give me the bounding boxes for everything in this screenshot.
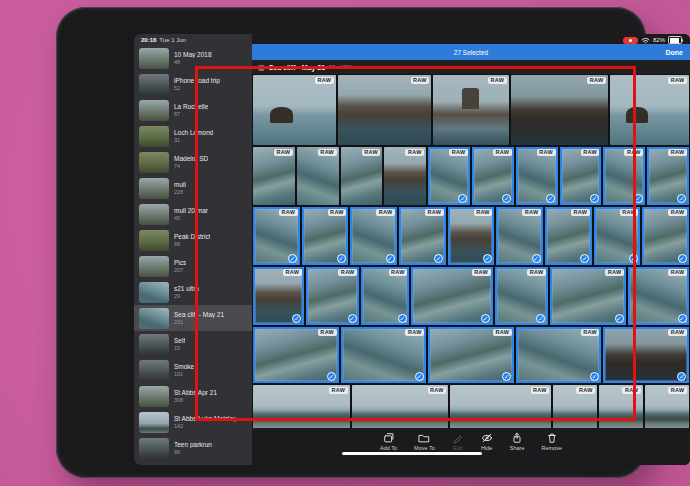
- move-to-icon: [418, 432, 430, 444]
- hide-icon: [481, 432, 493, 444]
- remove-button[interactable]: Remove: [541, 432, 561, 465]
- photo-thumbnail[interactable]: RAW✓: [253, 327, 339, 383]
- photo-thumbnail[interactable]: RAW✓: [253, 267, 304, 325]
- sidebar-album-item[interactable]: mull 20 mar45: [134, 201, 252, 227]
- raw-badge: RAW: [318, 149, 337, 156]
- sidebar-album-item[interactable]: mull228: [134, 175, 252, 201]
- photo-grid: RAWRAWRAWRAWRAWRAWRAWRAWRAWRAW✓RAW✓RAW✓R…: [252, 74, 690, 428]
- photo-thumbnail[interactable]: RAW✓: [399, 207, 446, 265]
- photo-thumbnail[interactable]: RAW: [253, 385, 350, 428]
- photo-thumbnail[interactable]: RAW✓: [350, 207, 397, 265]
- photo-thumbnail[interactable]: RAW: [610, 75, 689, 145]
- sidebar-album-item[interactable]: Loch Lomond31: [134, 123, 252, 149]
- sidebar-album-item[interactable]: Self15: [134, 331, 252, 357]
- album-name: mull: [174, 181, 186, 188]
- photo-thumbnail[interactable]: RAW: [599, 385, 643, 428]
- photo-thumbnail[interactable]: RAW: [338, 75, 432, 145]
- sidebar-album-item[interactable]: Pics207: [134, 253, 252, 279]
- album-count: 308: [174, 397, 217, 403]
- album-count: 29: [174, 293, 199, 299]
- selected-checkmark: ✓: [398, 314, 407, 323]
- photo-thumbnail[interactable]: RAW✓: [302, 207, 349, 265]
- photo-thumbnail[interactable]: RAW: [253, 147, 295, 205]
- move-to-button[interactable]: Move To: [414, 432, 435, 465]
- album-thumbnail: [139, 152, 169, 173]
- photo-thumbnail[interactable]: RAW: [433, 75, 509, 145]
- raw-badge: RAW: [668, 77, 687, 84]
- album-thumbnail: [139, 178, 169, 199]
- raw-badge: RAW: [315, 77, 334, 84]
- sidebar-album-item[interactable]: iPhone road trip52: [134, 71, 252, 97]
- photo-thumbnail[interactable]: RAW: [297, 147, 339, 205]
- raw-badge: RAW: [493, 149, 512, 156]
- photo-thumbnail[interactable]: RAW: [253, 75, 336, 145]
- photo-thumbnail[interactable]: RAW✓: [472, 147, 514, 205]
- raw-badge: RAW: [329, 387, 348, 394]
- photo-thumbnail[interactable]: RAW✓: [647, 147, 689, 205]
- album-count: 142: [174, 423, 236, 429]
- photo-thumbnail[interactable]: RAW✓: [495, 267, 548, 325]
- photo-thumbnail[interactable]: RAW✓: [594, 207, 641, 265]
- photo-thumbnail[interactable]: RAW✓: [603, 327, 689, 383]
- raw-badge: RAW: [571, 209, 590, 216]
- album-name: iPhone road trip: [174, 77, 220, 84]
- album-name: 10 May 2018: [174, 51, 212, 58]
- sidebar-album-item[interactable]: Madeira SD74: [134, 149, 252, 175]
- photo-thumbnail[interactable]: RAW✓: [341, 327, 427, 383]
- raw-badge: RAW: [493, 329, 512, 336]
- photo-thumbnail[interactable]: RAW: [553, 385, 597, 428]
- photo-thumbnail[interactable]: RAW✓: [642, 207, 689, 265]
- home-indicator[interactable]: [342, 452, 482, 455]
- photo-thumbnail[interactable]: RAW✓: [550, 267, 626, 325]
- photo-thumbnail[interactable]: RAW: [450, 385, 551, 428]
- hide-button[interactable]: Hide: [481, 432, 493, 465]
- done-button[interactable]: Done: [666, 49, 684, 56]
- photo-thumbnail[interactable]: RAW✓: [253, 207, 300, 265]
- photo-thumbnail[interactable]: RAW✓: [448, 207, 495, 265]
- album-thumbnail: [139, 438, 169, 459]
- album-thumbnail: [139, 48, 169, 69]
- photo-thumbnail[interactable]: RAW: [384, 147, 426, 205]
- sidebar-album-item[interactable]: St Abbs Luke Maisley142: [134, 409, 252, 435]
- photo-thumbnail[interactable]: RAW✓: [411, 267, 492, 325]
- photo-thumbnail[interactable]: RAW✓: [603, 147, 645, 205]
- photo-thumbnail[interactable]: RAW✓: [516, 147, 558, 205]
- album-name: mull 20 mar: [174, 207, 208, 214]
- raw-badge: RAW: [283, 269, 302, 276]
- sidebar-album-item[interactable]: Smoke101: [134, 357, 252, 383]
- album-title: Sea cliff - May 21: [269, 64, 325, 71]
- photo-thumbnail[interactable]: RAW✓: [545, 207, 592, 265]
- album-thumbnail: [139, 230, 169, 251]
- sidebar-album-item[interactable]: La Rochelle87: [134, 97, 252, 123]
- share-button[interactable]: Share: [510, 432, 525, 465]
- sidebar-album-item[interactable]: St Abbs Apr 21308: [134, 383, 252, 409]
- selected-checkmark: ✓: [415, 372, 424, 381]
- sidebar-album-item[interactable]: 10 May 201848: [134, 45, 252, 71]
- photo-thumbnail[interactable]: RAW: [352, 385, 449, 428]
- photo-thumbnail[interactable]: RAW✓: [496, 207, 543, 265]
- photo-thumbnail[interactable]: RAW✓: [361, 267, 409, 325]
- photo-thumbnail[interactable]: RAW✓: [560, 147, 602, 205]
- photo-thumbnail[interactable]: RAW: [645, 385, 689, 428]
- raw-badge: RAW: [668, 329, 687, 336]
- raw-badge: RAW: [318, 329, 337, 336]
- raw-badge: RAW: [474, 209, 493, 216]
- sidebar-album-item[interactable]: Sea cliff - May 21231: [134, 305, 252, 331]
- photo-thumbnail[interactable]: RAW: [511, 75, 608, 145]
- selected-checkmark: ✓: [580, 254, 589, 263]
- sidebar-album-item[interactable]: Teen parkrun96: [134, 435, 252, 461]
- photo-thumbnail[interactable]: RAW✓: [428, 147, 470, 205]
- raw-badge: RAW: [624, 149, 643, 156]
- add-to-button[interactable]: Add To: [380, 432, 397, 465]
- raw-badge: RAW: [668, 149, 687, 156]
- photo-thumbnail[interactable]: RAW✓: [428, 327, 514, 383]
- photo-thumbnail[interactable]: RAW✓: [516, 327, 602, 383]
- sidebar-album-item[interactable]: Peak District68: [134, 227, 252, 253]
- photo-thumbnail[interactable]: RAW✓: [306, 267, 359, 325]
- photo-thumbnail[interactable]: RAW: [341, 147, 383, 205]
- raw-badge: RAW: [581, 149, 600, 156]
- photo-thumbnail[interactable]: RAW✓: [628, 267, 689, 325]
- sidebar-album-item[interactable]: s21 ultra29: [134, 279, 252, 305]
- selected-checkmark: ✓: [678, 314, 687, 323]
- edit-button[interactable]: Edit: [452, 432, 464, 465]
